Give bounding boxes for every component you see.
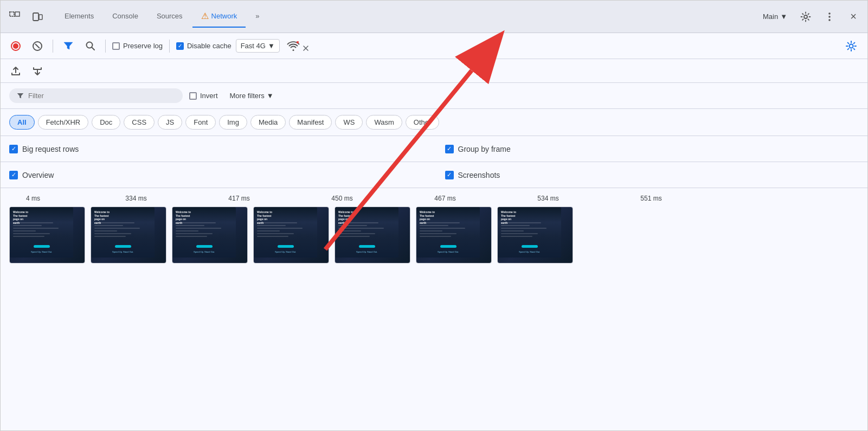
more-filters-btn[interactable]: More filters ▼ (224, 89, 279, 102)
screenshot-item-2[interactable]: Welcome toThe fastestpage onearth Speed … (172, 207, 248, 263)
screenshot-item-1[interactable]: Welcome toThe fastestpage onearth Speed … (91, 207, 166, 263)
timestamp-3: 450 ms (320, 195, 364, 202)
svg-line-13 (92, 47, 94, 50)
screenshot-thumb-0: Welcome toThe fastestpage onearth Speed … (9, 207, 85, 263)
timestamp-2: 417 ms (217, 195, 261, 202)
timestamp-0: 4 ms (11, 195, 55, 202)
tab-items: Elements Console Sources ⚠ Network » (56, 6, 756, 28)
tab-right: Main ▼ × (758, 7, 863, 27)
toolbar-row-2 (1, 59, 867, 83)
group-by-frame-text: Group by frame (458, 145, 511, 153)
tab-sources[interactable]: Sources (148, 6, 191, 28)
close-icon: × (850, 10, 857, 23)
invert-checkbox[interactable] (189, 92, 197, 100)
screenshot-item-0[interactable]: Welcome toThe fastestpage onearth Speed … (9, 207, 85, 263)
screenshot-thumb-1: Welcome toThe fastestpage onearth Speed … (91, 207, 166, 263)
svg-rect-2 (33, 13, 38, 21)
type-btn-css[interactable]: CSS (124, 115, 155, 130)
svg-point-14 (850, 44, 853, 48)
screenshot-thumb-2: Welcome toThe fastestpage onearth Speed … (172, 207, 248, 263)
type-btn-img[interactable]: Img (219, 115, 247, 130)
filter-funnel-icon (17, 92, 24, 100)
type-btn-media[interactable]: Media (250, 115, 286, 130)
type-btn-manifest[interactable]: Manifest (289, 115, 332, 130)
search-btn[interactable] (81, 37, 99, 55)
disable-cache-label[interactable]: ✓ Disable cache (176, 42, 232, 50)
options-left: ✓ Big request rows (9, 145, 423, 153)
throttle-select[interactable]: Fast 4G ▼ (236, 39, 280, 53)
disable-cache-checkbox[interactable]: ✓ (176, 42, 184, 50)
big-request-rows-label[interactable]: ✓ Big request rows (9, 145, 79, 153)
devtools-window: Elements Console Sources ⚠ Network » Mai… (0, 0, 868, 431)
export-har-btn[interactable] (7, 62, 24, 80)
preserve-log-checkbox[interactable] (112, 42, 120, 50)
settings-btn[interactable] (796, 7, 815, 27)
filter-input[interactable] (28, 92, 175, 100)
type-btn-font[interactable]: Font (185, 115, 216, 130)
main-dropdown-label: Main (763, 12, 778, 21)
svg-point-9 (13, 43, 18, 49)
svg-rect-1 (15, 12, 20, 16)
overview-left: ✓ Overview (9, 171, 423, 179)
overview-right: ✓ Screenshots (423, 171, 859, 179)
warning-icon: ⚠ (201, 11, 209, 21)
type-btn-doc[interactable]: Doc (92, 115, 120, 130)
tab-network[interactable]: ⚠ Network (192, 6, 246, 28)
group-by-frame-checkbox[interactable]: ✓ (445, 145, 454, 153)
timestamp-1: 334 ms (114, 195, 158, 202)
screenshot-item-5[interactable]: Welcome toThe fastestpage onearth Speed … (416, 207, 492, 263)
screenshot-item-6[interactable]: Welcome toThe fastestpage onearth Speed … (497, 207, 573, 263)
toolbar-divider-2 (105, 40, 106, 53)
tab-console-label: Console (112, 12, 138, 20)
main-dropdown[interactable]: Main ▼ (758, 10, 792, 23)
cursor-icon-btn[interactable] (5, 7, 24, 27)
svg-point-4 (804, 15, 807, 18)
screenshot-item-3[interactable]: Welcome toThe fastestpage onearth Speed … (253, 207, 329, 263)
tab-more[interactable]: » (247, 6, 268, 28)
overview-text: Overview (22, 171, 54, 179)
type-filter-row: AllFetch/XHRDocCSSJSFontImgMediaManifest… (1, 109, 867, 136)
tab-bar-icons (5, 7, 47, 27)
screenshots-checkbox[interactable]: ✓ (445, 171, 454, 179)
filter-btn[interactable] (60, 37, 77, 55)
type-btn-fetch[interactable]: Fetch/XHR (38, 115, 89, 130)
tab-elements-label: Elements (65, 12, 94, 20)
svg-point-6 (828, 16, 831, 18)
toolbar-divider-3 (169, 40, 170, 53)
timestamp-5: 534 ms (526, 195, 570, 202)
type-btn-js[interactable]: JS (158, 115, 182, 130)
network-settings-btn[interactable] (841, 36, 861, 56)
preserve-log-label[interactable]: Preserve log (112, 42, 163, 50)
clear-btn[interactable] (29, 37, 46, 55)
screenshot-item-4[interactable]: Welcome toThe fastestpage onearth Speed … (335, 207, 410, 263)
type-btn-all[interactable]: All (9, 115, 35, 130)
timestamp-6: 551 ms (629, 195, 673, 202)
device-icon-btn[interactable] (28, 7, 47, 27)
type-btn-other[interactable]: Other (406, 115, 440, 130)
close-btn[interactable]: × (844, 7, 863, 27)
overview-label[interactable]: ✓ Overview (9, 171, 54, 179)
invert-label[interactable]: Invert (189, 92, 218, 100)
tab-elements[interactable]: Elements (56, 6, 102, 28)
type-btn-wasm[interactable]: Wasm (366, 115, 402, 130)
screenshots-label[interactable]: ✓ Screenshots (445, 171, 500, 179)
tab-console[interactable]: Console (104, 6, 147, 28)
group-by-frame-label[interactable]: ✓ Group by frame (445, 145, 511, 153)
overview-checkbox[interactable]: ✓ (9, 171, 18, 179)
filter-row: Invert More filters ▼ (1, 83, 867, 109)
type-btn-ws[interactable]: WS (335, 115, 363, 130)
tab-more-label: » (255, 12, 259, 20)
filter-input-wrap[interactable] (9, 88, 183, 103)
options-row: ✓ Big request rows ✓ Group by frame (1, 136, 867, 162)
svg-line-11 (35, 44, 40, 48)
svg-rect-3 (39, 15, 42, 20)
throttle-label: Fast 4G (241, 42, 266, 50)
tab-bar: Elements Console Sources ⚠ Network » Mai… (1, 1, 867, 33)
network-conditions-btn[interactable] (284, 38, 311, 54)
record-btn[interactable] (7, 37, 24, 55)
import-har-btn[interactable] (29, 62, 46, 80)
menu-dots-btn[interactable] (820, 7, 839, 27)
big-request-rows-checkbox[interactable]: ✓ (9, 145, 18, 153)
screenshots-area: 4 ms334 ms417 ms450 ms467 ms534 ms551 ms… (1, 188, 867, 430)
svg-rect-0 (10, 12, 14, 16)
